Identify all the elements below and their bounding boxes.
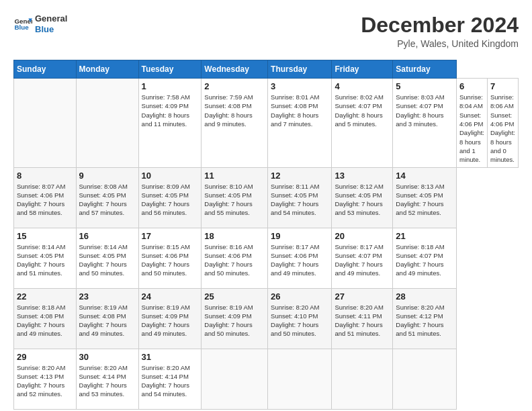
calendar-day-cell: 7Sunrise: 8:06 AMSunset: 4:06 PMDaylight… [487, 79, 518, 167]
empty-cell [202, 349, 268, 409]
logo-icon: General Blue [13, 15, 32, 34]
calendar-day-cell: 6Sunrise: 8:04 AMSunset: 4:06 PMDaylight… [457, 79, 488, 167]
day-info: Sunrise: 8:20 AMSunset: 4:14 PMDaylight:… [79, 363, 136, 399]
calendar-day-cell: 26Sunrise: 8:20 AMSunset: 4:10 PMDayligh… [268, 288, 332, 349]
calendar-week-row: 15Sunrise: 8:14 AMSunset: 4:05 PMDayligh… [14, 228, 519, 288]
day-info: Sunrise: 8:17 AMSunset: 4:06 PMDaylight:… [271, 242, 328, 278]
day-info: Sunrise: 8:15 AMSunset: 4:06 PMDaylight:… [142, 242, 199, 278]
day-number: 4 [335, 81, 390, 91]
day-number: 9 [79, 171, 136, 181]
page-header: General Blue General Blue December 2024 … [13, 13, 519, 49]
day-number: 6 [459, 81, 484, 91]
calendar-day-cell: 25Sunrise: 8:19 AMSunset: 4:09 PMDayligh… [202, 288, 268, 349]
calendar-day-cell: 27Sunrise: 8:20 AMSunset: 4:11 PMDayligh… [332, 288, 393, 349]
weekday-header-monday: Monday [76, 60, 138, 79]
day-number: 18 [204, 231, 265, 241]
day-info: Sunrise: 8:06 AMSunset: 4:06 PMDaylight:… [490, 93, 515, 164]
day-info: Sunrise: 7:58 AMSunset: 4:09 PMDaylight:… [142, 93, 199, 128]
day-info: Sunrise: 8:20 AMSunset: 4:12 PMDaylight:… [396, 303, 453, 338]
day-info: Sunrise: 8:17 AMSunset: 4:07 PMDaylight:… [335, 242, 390, 278]
calendar-week-row: 1Sunrise: 7:58 AMSunset: 4:09 PMDaylight… [14, 79, 519, 167]
calendar-day-cell: 14Sunrise: 8:13 AMSunset: 4:05 PMDayligh… [393, 167, 457, 228]
day-number: 12 [271, 171, 328, 181]
day-info: Sunrise: 8:07 AMSunset: 4:06 PMDaylight:… [17, 182, 73, 218]
calendar-day-cell: 28Sunrise: 8:20 AMSunset: 4:12 PMDayligh… [393, 288, 457, 349]
day-number: 31 [142, 352, 199, 362]
day-info: Sunrise: 8:08 AMSunset: 4:05 PMDaylight:… [79, 182, 136, 218]
day-info: Sunrise: 8:14 AMSunset: 4:05 PMDaylight:… [17, 242, 73, 278]
calendar-week-row: 22Sunrise: 8:18 AMSunset: 4:08 PMDayligh… [14, 288, 519, 349]
empty-cell [393, 349, 457, 409]
day-number: 7 [490, 81, 515, 91]
day-number: 22 [17, 291, 73, 302]
svg-text:Blue: Blue [14, 24, 29, 31]
day-number: 25 [204, 291, 265, 302]
day-info: Sunrise: 8:01 AMSunset: 4:08 PMDaylight:… [271, 93, 328, 128]
calendar-week-row: 8Sunrise: 8:07 AMSunset: 4:06 PMDaylight… [14, 167, 519, 228]
day-info: Sunrise: 8:04 AMSunset: 4:06 PMDaylight:… [459, 93, 484, 164]
weekday-header-row: SundayMondayTuesdayWednesdayThursdayFrid… [14, 60, 519, 79]
empty-cell [14, 79, 77, 167]
calendar-day-cell: 3Sunrise: 8:01 AMSunset: 4:08 PMDaylight… [268, 79, 332, 167]
calendar-day-cell: 16Sunrise: 8:14 AMSunset: 4:05 PMDayligh… [76, 228, 138, 288]
calendar-day-cell: 29Sunrise: 8:20 AMSunset: 4:13 PMDayligh… [14, 349, 77, 409]
logo: General Blue General Blue [13, 13, 67, 34]
day-info: Sunrise: 8:13 AMSunset: 4:05 PMDaylight:… [396, 182, 453, 218]
calendar-day-cell: 24Sunrise: 8:19 AMSunset: 4:09 PMDayligh… [138, 288, 202, 349]
calendar-day-cell: 17Sunrise: 8:15 AMSunset: 4:06 PMDayligh… [138, 228, 202, 288]
title-area: December 2024 Pyle, Wales, United Kingdo… [361, 13, 519, 49]
day-info: Sunrise: 8:20 AMSunset: 4:10 PMDaylight:… [271, 303, 328, 338]
day-info: Sunrise: 8:18 AMSunset: 4:07 PMDaylight:… [396, 242, 453, 278]
calendar-day-cell: 20Sunrise: 8:17 AMSunset: 4:07 PMDayligh… [332, 228, 393, 288]
day-info: Sunrise: 8:14 AMSunset: 4:05 PMDaylight:… [79, 242, 136, 278]
calendar-day-cell: 1Sunrise: 7:58 AMSunset: 4:09 PMDaylight… [138, 79, 202, 167]
day-info: Sunrise: 8:03 AMSunset: 4:07 PMDaylight:… [396, 93, 453, 128]
day-number: 29 [17, 352, 73, 362]
day-number: 26 [271, 291, 328, 302]
calendar-day-cell: 23Sunrise: 8:19 AMSunset: 4:08 PMDayligh… [76, 288, 138, 349]
calendar-day-cell: 13Sunrise: 8:12 AMSunset: 4:05 PMDayligh… [332, 167, 393, 228]
day-number: 28 [396, 291, 453, 302]
day-number: 14 [396, 171, 453, 181]
calendar-table: SundayMondayTuesdayWednesdayThursdayFrid… [13, 60, 519, 409]
day-info: Sunrise: 8:18 AMSunset: 4:08 PMDaylight:… [17, 303, 73, 338]
calendar-day-cell: 10Sunrise: 8:09 AMSunset: 4:05 PMDayligh… [138, 167, 202, 228]
day-info: Sunrise: 8:12 AMSunset: 4:05 PMDaylight:… [335, 182, 390, 218]
day-number: 27 [335, 291, 390, 302]
day-info: Sunrise: 8:20 AMSunset: 4:13 PMDaylight:… [17, 363, 73, 399]
day-info: Sunrise: 8:09 AMSunset: 4:05 PMDaylight:… [142, 182, 199, 218]
day-number: 30 [79, 352, 136, 362]
day-number: 24 [142, 291, 199, 302]
empty-cell [332, 349, 393, 409]
month-title: December 2024 [361, 13, 519, 37]
calendar-day-cell: 30Sunrise: 8:20 AMSunset: 4:14 PMDayligh… [76, 349, 138, 409]
day-number: 3 [271, 81, 328, 91]
calendar-day-cell: 12Sunrise: 8:11 AMSunset: 4:05 PMDayligh… [268, 167, 332, 228]
calendar-day-cell: 8Sunrise: 8:07 AMSunset: 4:06 PMDaylight… [14, 167, 77, 228]
weekday-header-wednesday: Wednesday [202, 60, 268, 79]
day-number: 11 [204, 171, 265, 181]
day-info: Sunrise: 8:19 AMSunset: 4:09 PMDaylight:… [142, 303, 199, 338]
calendar-day-cell: 11Sunrise: 8:10 AMSunset: 4:05 PMDayligh… [202, 167, 268, 228]
day-number: 23 [79, 291, 136, 302]
weekday-header-sunday: Sunday [14, 60, 77, 79]
calendar-day-cell: 9Sunrise: 8:08 AMSunset: 4:05 PMDaylight… [76, 167, 138, 228]
day-info: Sunrise: 8:20 AMSunset: 4:11 PMDaylight:… [335, 303, 390, 338]
day-number: 13 [335, 171, 390, 181]
calendar-day-cell: 2Sunrise: 7:59 AMSunset: 4:08 PMDaylight… [202, 79, 268, 167]
day-number: 16 [79, 231, 136, 241]
day-info: Sunrise: 8:11 AMSunset: 4:05 PMDaylight:… [271, 182, 328, 218]
calendar-day-cell: 5Sunrise: 8:03 AMSunset: 4:07 PMDaylight… [393, 79, 457, 167]
location: Pyle, Wales, United Kingdom [361, 38, 519, 49]
calendar-day-cell: 21Sunrise: 8:18 AMSunset: 4:07 PMDayligh… [393, 228, 457, 288]
weekday-header-tuesday: Tuesday [138, 60, 202, 79]
calendar-day-cell: 22Sunrise: 8:18 AMSunset: 4:08 PMDayligh… [14, 288, 77, 349]
day-number: 20 [335, 231, 390, 241]
calendar-week-row: 29Sunrise: 8:20 AMSunset: 4:13 PMDayligh… [14, 349, 519, 409]
calendar-day-cell: 19Sunrise: 8:17 AMSunset: 4:06 PMDayligh… [268, 228, 332, 288]
calendar-day-cell: 4Sunrise: 8:02 AMSunset: 4:07 PMDaylight… [332, 79, 393, 167]
day-info: Sunrise: 8:02 AMSunset: 4:07 PMDaylight:… [335, 93, 390, 128]
weekday-header-thursday: Thursday [268, 60, 332, 79]
calendar-day-cell: 15Sunrise: 8:14 AMSunset: 4:05 PMDayligh… [14, 228, 77, 288]
day-info: Sunrise: 8:16 AMSunset: 4:06 PMDaylight:… [204, 242, 265, 278]
